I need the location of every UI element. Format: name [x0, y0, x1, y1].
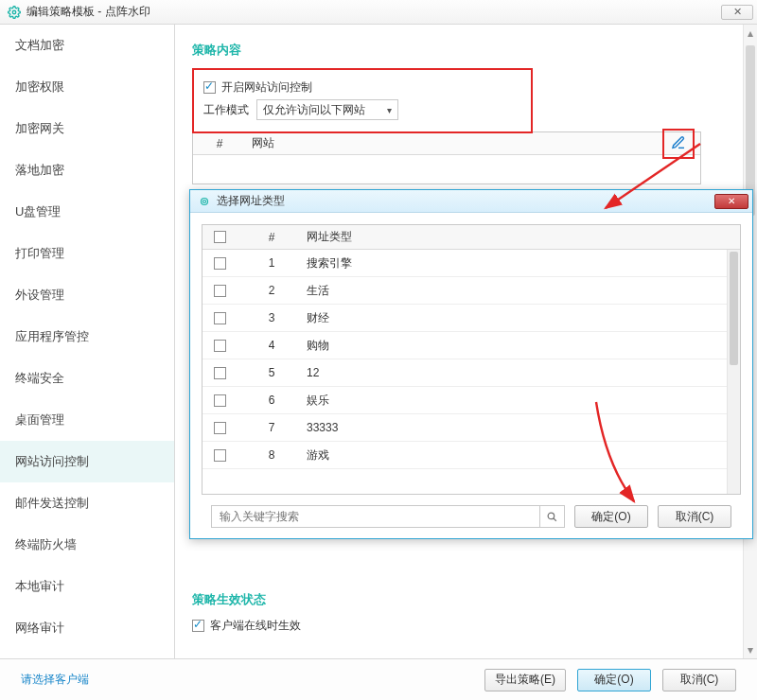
export-policy-button[interactable]: 导出策略(E)	[484, 669, 566, 691]
row-checkbox[interactable]	[214, 449, 226, 462]
sidebar-item-network-audit[interactable]: 网络审计	[0, 607, 174, 649]
search-icon[interactable]	[539, 506, 564, 527]
sidebar-item-encrypt-perm[interactable]: 加密权限	[0, 66, 174, 108]
dialog-ok-button[interactable]: 确定(O)	[574, 505, 648, 528]
dialog-title: 选择网址类型	[217, 193, 285, 209]
sidebar-item-peripheral[interactable]: 外设管理	[0, 274, 174, 316]
client-online-label: 客户端在线时生效	[210, 618, 301, 634]
sidebar-item-local-audit[interactable]: 本地审计	[0, 566, 174, 607]
website-table: # 网站	[192, 131, 701, 184]
sidebar-item-usb[interactable]: U盘管理	[0, 191, 174, 233]
workmode-value: 仅允许访问以下网站	[263, 102, 365, 118]
sidebar-item-email-control[interactable]: 邮件发送控制	[0, 482, 174, 524]
gear-icon	[198, 195, 211, 208]
search-input[interactable]	[212, 506, 539, 527]
grid-row[interactable]: 2生活	[202, 277, 740, 305]
client-online-checkbox[interactable]	[192, 620, 204, 632]
grid-row[interactable]: 6娱乐	[202, 387, 740, 414]
row-checkbox[interactable]	[214, 285, 226, 297]
sidebar-item-document-security[interactable]: 文档安全	[0, 649, 174, 658]
search-box	[211, 505, 565, 528]
sidebar-item-landing-encrypt[interactable]: 落地加密	[0, 149, 174, 191]
caret-down-icon: ▾	[387, 105, 392, 115]
workmode-select[interactable]: 仅允许访问以下网站 ▾	[256, 99, 398, 120]
sidebar-item-desktop-mgmt[interactable]: 桌面管理	[0, 399, 174, 441]
workmode-label: 工作模式	[203, 102, 249, 118]
window-titlebar: 编辑策略模板 - 点阵水印 ✕	[0, 0, 757, 25]
dialog-titlebar: 选择网址类型 ✕	[190, 190, 752, 213]
sidebar: 文档加密 加密权限 加密网关 落地加密 U盘管理 打印管理 外设管理 应用程序管…	[0, 25, 175, 658]
highlight-box: 开启网站访问控制 工作模式 仅允许访问以下网站 ▾	[192, 68, 533, 133]
sidebar-item-endpoint-security[interactable]: 终端安全	[0, 358, 174, 399]
sidebar-item-document-encrypt[interactable]: 文档加密	[0, 25, 174, 66]
ok-button[interactable]: 确定(O)	[577, 669, 651, 691]
svg-point-1	[203, 200, 206, 202]
grid-row[interactable]: 8游戏	[202, 442, 740, 469]
svg-line-3	[554, 517, 556, 520]
scroll-up-icon[interactable]: ▴	[744, 26, 757, 40]
grid-row[interactable]: 3财经	[202, 305, 740, 332]
select-client-link[interactable]: 请选择客户端	[21, 672, 89, 688]
row-checkbox[interactable]	[214, 340, 226, 352]
row-checkbox[interactable]	[214, 422, 226, 434]
grid-header-type: 网址类型	[301, 229, 740, 245]
grid-header-checkbox[interactable]	[214, 231, 226, 243]
window-title: 编辑策略模板 - 点阵水印	[26, 4, 150, 20]
row-checkbox[interactable]	[214, 367, 226, 379]
dialog-cancel-button[interactable]: 取消(C)	[658, 505, 731, 528]
column-header-hash: #	[193, 137, 246, 150]
sidebar-item-web-access-control[interactable]: 网站访问控制	[0, 441, 174, 482]
svg-point-0	[12, 10, 16, 14]
row-checkbox[interactable]	[214, 257, 226, 270]
enable-web-control-label: 开启网站访问控制	[221, 79, 312, 96]
grid-header-hash: #	[242, 231, 301, 244]
sidebar-item-print[interactable]: 打印管理	[0, 233, 174, 274]
highlight-edit-button-box	[662, 129, 695, 159]
grid-scroll-thumb[interactable]	[730, 252, 738, 365]
sidebar-item-encrypt-gateway[interactable]: 加密网关	[0, 108, 174, 149]
select-url-type-dialog: 选择网址类型 ✕ # 网址类型 1搜索引擎 2生活 3财经 4购物 512 6娱…	[189, 189, 753, 539]
grid-row[interactable]: 733333	[202, 414, 740, 442]
scroll-down-icon[interactable]: ▾	[744, 643, 757, 656]
pencil-icon[interactable]	[671, 135, 686, 153]
grid-scrollbar[interactable]	[727, 250, 740, 494]
cancel-button[interactable]: 取消(C)	[662, 669, 736, 691]
row-checkbox[interactable]	[214, 312, 226, 324]
svg-point-2	[548, 513, 555, 519]
window-footer: 请选择客户端 导出策略(E) 确定(O) 取消(C)	[0, 658, 757, 700]
section-title-policy-content: 策略内容	[192, 42, 738, 59]
dialog-close-button[interactable]: ✕	[714, 194, 748, 209]
grid-row[interactable]: 512	[202, 359, 740, 387]
row-checkbox[interactable]	[214, 394, 226, 407]
grid-row[interactable]: 1搜索引擎	[202, 250, 740, 277]
section-title-policy-effect: 策略生效状态	[192, 591, 738, 608]
enable-web-control-checkbox[interactable]	[203, 81, 216, 94]
sidebar-item-app-control[interactable]: 应用程序管控	[0, 316, 174, 358]
gear-icon	[8, 6, 21, 19]
url-type-grid: # 网址类型 1搜索引擎 2生活 3财经 4购物 512 6娱乐 733333 …	[202, 224, 741, 495]
grid-row[interactable]: 4购物	[202, 332, 740, 359]
column-header-site: 网站	[246, 135, 655, 151]
window-close-button[interactable]: ✕	[721, 5, 753, 20]
sidebar-item-firewall[interactable]: 终端防火墙	[0, 524, 174, 566]
